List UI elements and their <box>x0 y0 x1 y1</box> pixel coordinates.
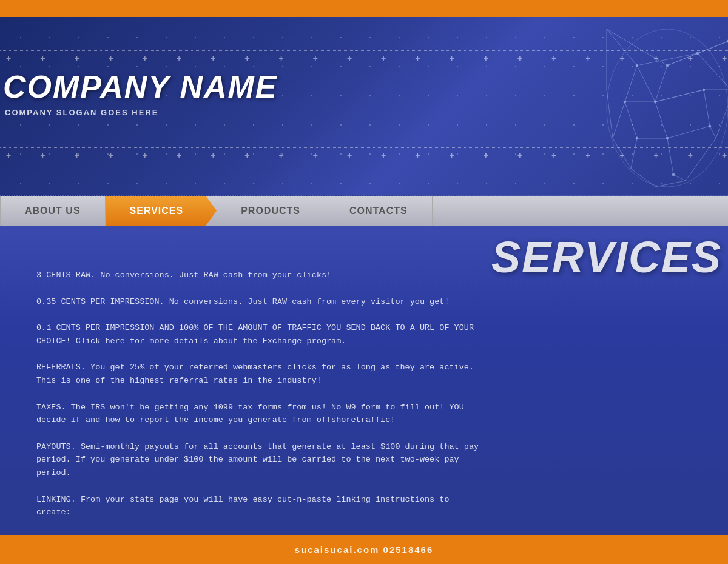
navigation-bar: ABOUT US SERVICES PRODUCTS CONTACTS <box>0 196 728 226</box>
svg-line-25 <box>607 29 637 65</box>
content-item-2: 0.1 CENTS PER IMPRESSION AND 100% OF THE… <box>36 321 479 347</box>
page-title: SERVICES <box>491 232 722 282</box>
svg-line-21 <box>625 65 637 102</box>
content-item-6: LINKING. From your stats page you will h… <box>36 493 479 519</box>
svg-line-19 <box>667 138 673 175</box>
svg-line-6 <box>655 181 686 187</box>
content-item-3: REFERRALS. You get 25% of your referred … <box>36 361 479 387</box>
svg-point-38 <box>703 89 705 91</box>
nav-item-contacts[interactable]: CONTACTS <box>325 196 433 226</box>
svg-point-36 <box>636 64 638 67</box>
svg-line-4 <box>716 90 728 138</box>
svg-line-1 <box>607 29 667 65</box>
svg-line-27 <box>704 90 710 126</box>
svg-line-9 <box>607 90 613 138</box>
svg-line-31 <box>667 53 698 65</box>
svg-line-5 <box>686 138 716 181</box>
svg-point-44 <box>696 52 699 55</box>
watermark-text: sucaisucai.com 02518466 <box>295 545 434 555</box>
svg-line-20 <box>673 175 686 181</box>
content-item-0: 3 CENTS RAW. No conversions. Just RAW ca… <box>36 269 479 282</box>
svg-line-32 <box>655 65 667 102</box>
content-item-4: TAXES. The IRS won't be getting any 1099… <box>36 401 479 427</box>
svg-line-12 <box>698 53 728 90</box>
company-name: COMPANY NAME <box>3 69 278 105</box>
svg-point-33 <box>666 64 669 67</box>
svg-point-42 <box>624 101 626 103</box>
svg-line-24 <box>613 102 625 138</box>
svg-line-22 <box>625 102 637 138</box>
main-content: SERVICES 3 CENTS RAW. No conversions. Ju… <box>0 226 728 563</box>
svg-point-41 <box>672 173 675 176</box>
svg-point-0 <box>607 29 728 187</box>
svg-line-11 <box>637 53 698 65</box>
content-item-5: PAYOUTS. Semi-monthly payouts for all ac… <box>36 440 479 480</box>
svg-line-28 <box>631 138 637 169</box>
header-line-edge <box>0 193 728 193</box>
svg-line-17 <box>667 126 710 138</box>
svg-line-26 <box>698 41 728 53</box>
content-text-area: 3 CENTS RAW. No conversions. Just RAW ca… <box>0 238 497 551</box>
nav-item-products[interactable]: PRODUCTS <box>217 196 325 226</box>
svg-line-16 <box>655 102 667 138</box>
svg-line-29 <box>655 90 704 102</box>
svg-point-43 <box>636 137 638 139</box>
svg-line-13 <box>637 65 655 102</box>
svg-point-39 <box>709 125 711 127</box>
header-banner: +++++ +++++ +++++ +++++ ++ +++++ +++++ +… <box>0 17 728 196</box>
top-bar <box>0 0 728 17</box>
svg-line-18 <box>710 126 716 138</box>
nav-item-about-us[interactable]: ABOUT US <box>0 196 106 226</box>
svg-line-8 <box>613 138 631 169</box>
wireframe-face <box>546 29 728 193</box>
company-slogan: COMPANY SLOGAN GOES HERE <box>5 108 158 117</box>
bottom-bar: sucaisucai.com 02518466 <box>0 535 728 564</box>
nav-item-services[interactable]: SERVICES <box>106 196 217 226</box>
svg-point-37 <box>654 101 656 103</box>
content-item-1: 0.35 CENTS PER IMPRESSION. No conversion… <box>36 295 479 309</box>
svg-line-7 <box>631 169 655 187</box>
svg-point-40 <box>666 137 669 139</box>
